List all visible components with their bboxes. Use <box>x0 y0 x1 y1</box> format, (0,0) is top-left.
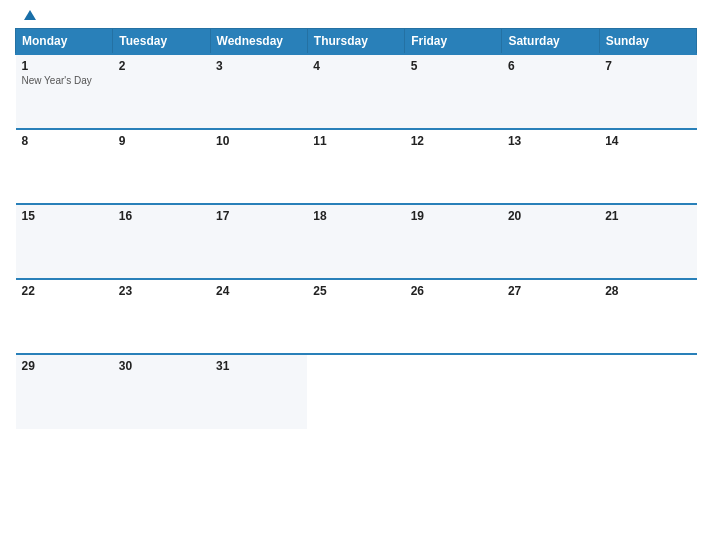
logo-blue-row <box>20 10 36 20</box>
day-number: 5 <box>411 59 496 73</box>
days-of-week-row: MondayTuesdayWednesdayThursdayFridaySatu… <box>16 29 697 55</box>
day-number: 8 <box>22 134 107 148</box>
day-header-wednesday: Wednesday <box>210 29 307 55</box>
logo-triangle-icon <box>24 10 36 20</box>
calendar-cell: 18 <box>307 204 404 279</box>
day-number: 14 <box>605 134 690 148</box>
calendar-cell: 8 <box>16 129 113 204</box>
day-number: 9 <box>119 134 204 148</box>
day-number: 13 <box>508 134 593 148</box>
calendar-cell: 2 <box>113 54 210 129</box>
calendar-cell: 4 <box>307 54 404 129</box>
day-number: 7 <box>605 59 690 73</box>
day-number: 20 <box>508 209 593 223</box>
week-row-4: 22232425262728 <box>16 279 697 354</box>
calendar-cell: 9 <box>113 129 210 204</box>
calendar-cell: 30 <box>113 354 210 429</box>
calendar-cell <box>502 354 599 429</box>
calendar-cell: 10 <box>210 129 307 204</box>
day-number: 29 <box>22 359 107 373</box>
calendar-cell: 20 <box>502 204 599 279</box>
week-row-2: 891011121314 <box>16 129 697 204</box>
calendar-cell: 21 <box>599 204 696 279</box>
day-number: 4 <box>313 59 398 73</box>
day-number: 28 <box>605 284 690 298</box>
day-header-friday: Friday <box>405 29 502 55</box>
day-number: 10 <box>216 134 301 148</box>
calendar-cell: 17 <box>210 204 307 279</box>
day-number: 18 <box>313 209 398 223</box>
day-number: 17 <box>216 209 301 223</box>
calendar-cell: 26 <box>405 279 502 354</box>
calendar-cell: 15 <box>16 204 113 279</box>
calendar-cell: 13 <box>502 129 599 204</box>
day-number: 19 <box>411 209 496 223</box>
calendar-cell: 14 <box>599 129 696 204</box>
day-number: 2 <box>119 59 204 73</box>
day-number: 11 <box>313 134 398 148</box>
day-number: 21 <box>605 209 690 223</box>
calendar-cell: 7 <box>599 54 696 129</box>
calendar-cell: 25 <box>307 279 404 354</box>
day-header-monday: Monday <box>16 29 113 55</box>
day-number: 30 <box>119 359 204 373</box>
day-number: 12 <box>411 134 496 148</box>
day-number: 15 <box>22 209 107 223</box>
calendar-header <box>15 10 697 20</box>
calendar-cell: 11 <box>307 129 404 204</box>
day-number: 24 <box>216 284 301 298</box>
calendar-container: MondayTuesdayWednesdayThursdayFridaySatu… <box>0 0 712 550</box>
calendar-cell: 1New Year's Day <box>16 54 113 129</box>
day-header-saturday: Saturday <box>502 29 599 55</box>
day-header-sunday: Sunday <box>599 29 696 55</box>
calendar-table: MondayTuesdayWednesdayThursdayFridaySatu… <box>15 28 697 429</box>
calendar-cell: 5 <box>405 54 502 129</box>
calendar-body: 1New Year's Day2345678910111213141516171… <box>16 54 697 429</box>
calendar-cell: 12 <box>405 129 502 204</box>
calendar-cell <box>599 354 696 429</box>
calendar-cell <box>307 354 404 429</box>
day-number: 1 <box>22 59 107 73</box>
calendar-cell: 3 <box>210 54 307 129</box>
week-row-5: 293031 <box>16 354 697 429</box>
day-header-thursday: Thursday <box>307 29 404 55</box>
calendar-cell: 22 <box>16 279 113 354</box>
day-header-tuesday: Tuesday <box>113 29 210 55</box>
calendar-header-row: MondayTuesdayWednesdayThursdayFridaySatu… <box>16 29 697 55</box>
calendar-cell: 16 <box>113 204 210 279</box>
day-number: 25 <box>313 284 398 298</box>
day-number: 16 <box>119 209 204 223</box>
day-number: 26 <box>411 284 496 298</box>
calendar-cell: 29 <box>16 354 113 429</box>
calendar-cell: 19 <box>405 204 502 279</box>
week-row-3: 15161718192021 <box>16 204 697 279</box>
logo <box>20 10 36 20</box>
day-number: 31 <box>216 359 301 373</box>
calendar-cell: 23 <box>113 279 210 354</box>
calendar-cell: 28 <box>599 279 696 354</box>
day-event: New Year's Day <box>22 75 107 86</box>
day-number: 6 <box>508 59 593 73</box>
day-number: 3 <box>216 59 301 73</box>
day-number: 22 <box>22 284 107 298</box>
calendar-cell: 24 <box>210 279 307 354</box>
calendar-cell: 6 <box>502 54 599 129</box>
day-number: 23 <box>119 284 204 298</box>
day-number: 27 <box>508 284 593 298</box>
week-row-1: 1New Year's Day234567 <box>16 54 697 129</box>
calendar-cell: 27 <box>502 279 599 354</box>
calendar-cell: 31 <box>210 354 307 429</box>
calendar-cell <box>405 354 502 429</box>
